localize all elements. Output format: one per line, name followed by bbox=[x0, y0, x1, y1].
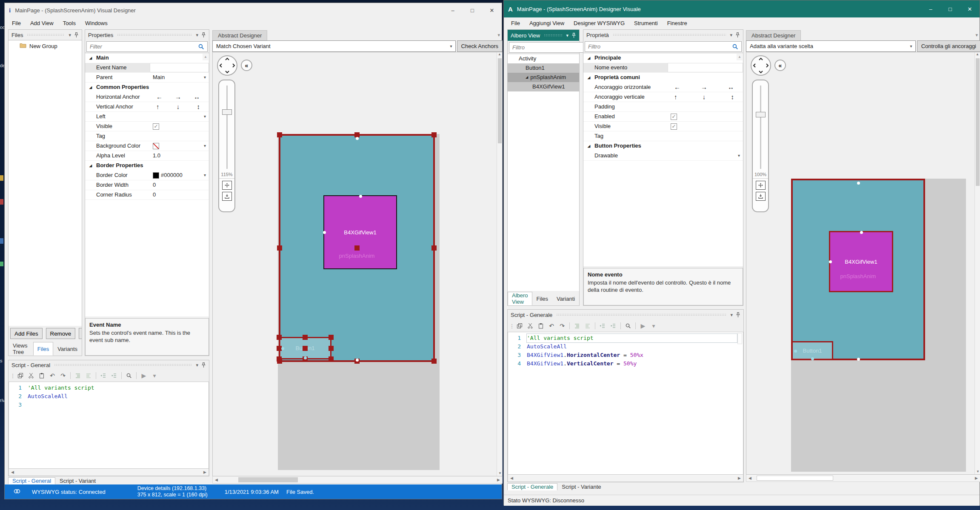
file-group-item[interactable]: New Group bbox=[9, 40, 82, 49]
views-tree[interactable]: ActivityButton1◢pnSplashAnimB4XGifView1 bbox=[508, 54, 579, 291]
resize-handle[interactable] bbox=[431, 132, 437, 137]
grip-icon[interactable]: ⋮ bbox=[10, 371, 14, 380]
pin-icon[interactable] bbox=[74, 32, 79, 38]
titlebar[interactable]: i MainPage - (SplashScreenAnim) Visual D… bbox=[5, 3, 502, 17]
move-handle[interactable] bbox=[303, 346, 308, 351]
anchor-both-h-icon[interactable]: ↔ bbox=[194, 92, 200, 102]
menu-item-windows[interactable]: Windows bbox=[80, 20, 112, 26]
save-image-icon[interactable] bbox=[222, 192, 232, 201]
drag-handle[interactable] bbox=[27, 34, 65, 36]
color-swatch-transparent[interactable] bbox=[153, 143, 159, 149]
vertical-scrollbar[interactable]: ▲▼ bbox=[497, 52, 502, 476]
maximize-button[interactable]: □ bbox=[940, 0, 960, 17]
indent-left-icon[interactable] bbox=[73, 371, 83, 380]
outdent-line-icon[interactable] bbox=[99, 371, 108, 380]
redo-icon[interactable]: ↷ bbox=[557, 321, 567, 331]
files-list[interactable]: New Group bbox=[9, 40, 82, 326]
horizontal-scrollbar[interactable]: ◀▶ bbox=[746, 475, 980, 482]
tree-item-button1[interactable]: Button1 bbox=[508, 63, 579, 73]
pin-icon[interactable] bbox=[201, 362, 206, 368]
property-value[interactable]: ✓ bbox=[668, 122, 743, 131]
chevron-down-icon[interactable]: ▾ bbox=[204, 112, 206, 121]
drag-handle[interactable] bbox=[556, 313, 726, 316]
code-line-3[interactable]: 3 bbox=[9, 401, 209, 409]
pin-icon[interactable] bbox=[571, 33, 576, 38]
undo-icon[interactable]: ↶ bbox=[547, 321, 556, 331]
horizontal-scrollbar[interactable]: ◀▶ bbox=[212, 476, 503, 484]
chevron-down-icon[interactable]: ▾ bbox=[730, 32, 732, 38]
chevron-down-icon[interactable]: ▾ bbox=[497, 32, 500, 38]
menu-item-designer-wysiwyg[interactable]: Designer WYSIWYG bbox=[569, 20, 629, 26]
filter-input-box[interactable] bbox=[585, 41, 742, 52]
more-icon[interactable]: ▾ bbox=[649, 321, 658, 331]
drag-handle[interactable] bbox=[117, 34, 192, 36]
checkbox[interactable]: ✓ bbox=[153, 123, 159, 130]
indent-right-icon[interactable] bbox=[583, 321, 592, 331]
property-value[interactable] bbox=[668, 102, 743, 111]
code-line-1[interactable]: 1'All variants script bbox=[508, 334, 743, 342]
property-value[interactable]: ✓ bbox=[668, 112, 743, 121]
redo-icon[interactable]: ↷ bbox=[58, 371, 68, 380]
filter-input[interactable] bbox=[90, 43, 198, 50]
save-image-icon[interactable] bbox=[756, 192, 766, 201]
chevron-down-icon[interactable]: ▾ bbox=[975, 32, 978, 38]
button1-view[interactable]: Button1 bbox=[791, 341, 833, 360]
chevron-down-icon[interactable]: ▾ bbox=[204, 171, 206, 180]
properties-panel-header[interactable]: Properties ▾ bbox=[85, 30, 209, 40]
anchor-right-icon[interactable]: → bbox=[701, 83, 707, 92]
search-icon[interactable] bbox=[124, 371, 134, 380]
property-value[interactable] bbox=[150, 63, 209, 72]
code-editor[interactable]: 1'All variants script2AutoScaleAll3 bbox=[9, 382, 209, 469]
menu-item-aggiungi-view[interactable]: Aggiungi View bbox=[525, 20, 569, 26]
property-group-propriet-comuni[interactable]: ◢Proprietà comuni bbox=[583, 73, 743, 83]
designer-canvas[interactable]: « 115% pnSplashAnim bbox=[212, 52, 503, 476]
property-value[interactable]: ▾ bbox=[668, 151, 743, 160]
property-group-common-properties[interactable]: ◢Common Properties bbox=[85, 83, 209, 92]
code-line-2[interactable]: 2AutoScaleAll bbox=[9, 392, 209, 401]
abstract-designer-tab[interactable]: Abstract Designer bbox=[746, 30, 801, 40]
run-icon[interactable]: ▶ bbox=[139, 371, 149, 380]
property-value[interactable]: #000000▾ bbox=[150, 171, 209, 180]
property-value[interactable]: ▾ bbox=[150, 112, 209, 121]
variant-combobox[interactable]: Adatta alla variante scelta ▾ bbox=[746, 40, 916, 52]
collapse-left-icon[interactable]: « bbox=[774, 60, 786, 71]
abstract-designer-tab[interactable]: Abstract Designer bbox=[212, 30, 267, 40]
script-panel-header[interactable]: Script - Generale ▾ bbox=[508, 310, 743, 320]
collapse-triangle-icon[interactable]: ◢ bbox=[85, 83, 96, 92]
variant-combobox[interactable]: Match Chosen Variant ▾ bbox=[212, 40, 456, 52]
pin-icon[interactable] bbox=[201, 32, 206, 38]
resize-handle[interactable] bbox=[431, 359, 437, 364]
property-value[interactable]: ↑↓↕ bbox=[668, 92, 743, 102]
more-icon[interactable]: ▾ bbox=[150, 371, 159, 380]
chevron-down-icon[interactable]: ▾ bbox=[196, 32, 198, 38]
property-value[interactable] bbox=[668, 63, 743, 72]
zoom-slider-track[interactable] bbox=[226, 85, 228, 169]
menu-item-tools[interactable]: Tools bbox=[58, 20, 80, 26]
horizontal-scrollbar[interactable]: ◀▶ bbox=[9, 469, 209, 476]
tab-views-tree[interactable]: Views Tree bbox=[9, 342, 33, 356]
anchor-bottom-icon[interactable]: ↓ bbox=[177, 102, 180, 111]
indent-right-icon[interactable] bbox=[84, 371, 93, 380]
outdent-line-icon[interactable] bbox=[598, 321, 607, 331]
collapse-triangle-icon[interactable]: ◢ bbox=[85, 53, 96, 63]
menu-item-strumenti[interactable]: Strumenti bbox=[629, 20, 663, 26]
expander-icon[interactable]: ◢ bbox=[526, 73, 528, 82]
drag-handle[interactable] bbox=[54, 364, 192, 366]
indent-line-icon[interactable] bbox=[109, 371, 119, 380]
code-editor[interactable]: 1'All variants script2AutoScaleAll3B4XGi… bbox=[508, 332, 743, 475]
pin-icon[interactable] bbox=[736, 312, 740, 318]
chevron-down-icon[interactable]: ▾ bbox=[730, 312, 733, 318]
property-value[interactable]: ✓ bbox=[150, 122, 209, 131]
zoom-slider-thumb[interactable] bbox=[222, 109, 232, 115]
property-group-button-properties[interactable]: ◢Button Properties bbox=[583, 141, 743, 151]
tab-varianti[interactable]: Varianti bbox=[552, 292, 579, 305]
tab-script-generale[interactable]: Script - Generale bbox=[507, 483, 557, 490]
fit-to-window-icon[interactable] bbox=[222, 181, 232, 190]
drag-handle[interactable] bbox=[613, 34, 726, 36]
property-group-main[interactable]: ◢Main bbox=[85, 53, 209, 63]
property-value[interactable]: 1.0 bbox=[150, 151, 209, 160]
tree-item-activity[interactable]: Activity bbox=[508, 54, 579, 63]
checkbox[interactable]: ✓ bbox=[671, 123, 677, 130]
tree-item-pnsplashanim[interactable]: ◢pnSplashAnim bbox=[508, 73, 579, 82]
anchor-both-h-icon[interactable]: ↔ bbox=[728, 83, 734, 92]
